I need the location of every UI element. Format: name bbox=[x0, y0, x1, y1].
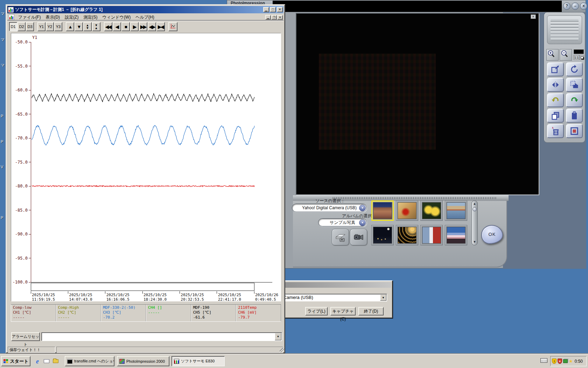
status-bar: 保存ウェイト！！ bbox=[8, 346, 283, 353]
keyboard-layout-icon[interactable] bbox=[540, 358, 547, 363]
toolbar-ff-button[interactable]: ▶▶ bbox=[139, 22, 147, 31]
child-minimize-button[interactable]: ▁ bbox=[265, 15, 271, 20]
toolbar-collapse-button[interactable]: ▶◀ bbox=[156, 22, 165, 31]
toolbar-compress-button[interactable]: ▼▲ bbox=[92, 22, 100, 31]
taskbar-task-thermo[interactable]: ソフトサーモ E830 bbox=[172, 356, 225, 366]
close-button[interactable]: × bbox=[580, 2, 587, 10]
start-button[interactable]: スタート bbox=[1, 356, 30, 366]
delete-button[interactable] bbox=[547, 124, 564, 138]
zoom-in-button[interactable] bbox=[546, 49, 559, 61]
scroll-down-icon[interactable]: ▼ bbox=[472, 239, 477, 245]
desktop-icon-label-fragment[interactable]: マ bbox=[1, 11, 5, 16]
minimize-button[interactable]: ▁ bbox=[263, 7, 269, 12]
internet-explorer-icon[interactable]: e bbox=[34, 357, 41, 365]
folder-icon[interactable] bbox=[52, 357, 59, 365]
desktop-icon-label-fragment[interactable]: P bbox=[1, 114, 3, 118]
toolbar-updown-button[interactable]: ▲▼ bbox=[83, 22, 92, 31]
toolbar-stop-button[interactable]: ■ bbox=[121, 22, 130, 31]
alarm-reset-button[interactable]: アラームリセット bbox=[11, 332, 40, 341]
toolbar-down-button[interactable]: ▼ bbox=[75, 22, 83, 31]
toolbar-d3-toggle[interactable]: D3 bbox=[26, 22, 34, 31]
toolbar-y1-toggle[interactable]: Y1 bbox=[37, 22, 46, 31]
panel-handle[interactable] bbox=[547, 15, 582, 44]
svg-text:-95.0: -95.0 bbox=[15, 256, 28, 261]
chevron-down-icon[interactable]: ▼ bbox=[380, 294, 386, 301]
dialog-button-capture[interactable]: キャプチャ(C) bbox=[330, 307, 356, 315]
menu-item[interactable]: 設定(Z) bbox=[62, 14, 81, 21]
scrollbar-knob[interactable] bbox=[472, 207, 477, 211]
source-select-dropdown[interactable]: Yahoo! Digital Camera (USB) ▼ bbox=[292, 204, 367, 212]
scanner-acquire-button[interactable] bbox=[332, 229, 349, 245]
chevron-down-icon[interactable]: ▼ bbox=[359, 219, 366, 226]
thumbnail-light-swirl[interactable] bbox=[396, 225, 418, 245]
toolbar-forward-button[interactable]: ▶ bbox=[130, 22, 139, 31]
alarm-message-dropdown[interactable]: ▼ bbox=[41, 332, 282, 341]
child-close-button[interactable]: ✕ bbox=[277, 15, 283, 20]
hardware-icon[interactable] bbox=[563, 359, 568, 363]
star-icon[interactable]: ★ bbox=[569, 359, 573, 364]
menu-item[interactable]: ファイル(F) bbox=[16, 14, 43, 21]
security-alert-icon[interactable]: × bbox=[558, 359, 562, 364]
maximize-button[interactable]: □ bbox=[270, 7, 276, 12]
paste-button[interactable] bbox=[566, 109, 583, 123]
scroll-up-icon[interactable]: ▲ bbox=[472, 201, 477, 206]
divider-grip-texture[interactable] bbox=[333, 197, 497, 199]
close-button[interactable]: ✕ bbox=[277, 7, 283, 12]
copy-button[interactable] bbox=[547, 109, 564, 123]
desktop-icon-label-fragment[interactable]: V bbox=[1, 165, 3, 169]
child-restore-button[interactable]: ❐ bbox=[271, 15, 277, 20]
toolbar-d2-toggle[interactable]: D2 bbox=[18, 22, 26, 31]
actual-size-button[interactable]: 1:1 bbox=[574, 55, 579, 60]
dialog-button-live[interactable]: ライブ(L) bbox=[305, 307, 328, 315]
thumbnail-red-rock-spires[interactable] bbox=[371, 200, 394, 221]
fit-to-window-button[interactable] bbox=[547, 62, 564, 76]
desktop-icon-label-fragment[interactable]: マ bbox=[1, 37, 5, 42]
security-warning-icon[interactable]: ! bbox=[552, 359, 556, 364]
thumbnail-image bbox=[447, 202, 465, 219]
taskbar-task-cmd[interactable]: transfile.cmd へのショート... bbox=[65, 356, 114, 366]
desktop-icon-label-fragment[interactable]: P bbox=[1, 139, 3, 144]
thumbnail-sunset-clouds[interactable] bbox=[445, 225, 467, 245]
redo-button[interactable] bbox=[566, 93, 583, 107]
thumbnail-night-city[interactable] bbox=[371, 225, 394, 245]
flip-horizontal-button[interactable] bbox=[547, 78, 564, 92]
desktop-icon-label-fragment[interactable]: マ bbox=[1, 63, 5, 68]
graph-settings-button[interactable] bbox=[168, 22, 177, 31]
toolbar-back-button[interactable]: ◀ bbox=[113, 22, 121, 31]
rotate-button[interactable] bbox=[566, 62, 583, 76]
thumbnail-scrollbar[interactable]: ▲ ▼ bbox=[471, 200, 478, 245]
toolbar-y2-toggle[interactable]: Y2 bbox=[46, 22, 54, 31]
child-window-icon[interactable] bbox=[9, 14, 14, 20]
chevron-down-icon[interactable]: ▼ bbox=[275, 333, 281, 340]
preview-close-icon[interactable]: × bbox=[531, 14, 536, 19]
thumbnail-yellow-flowers[interactable] bbox=[420, 200, 443, 221]
menu-item[interactable]: ヘルプ(H) bbox=[133, 14, 157, 21]
thumbnail-lighthouse[interactable] bbox=[420, 225, 443, 245]
menu-item[interactable]: 測定(S) bbox=[81, 14, 100, 21]
mail-icon[interactable] bbox=[43, 357, 50, 365]
resize-grip[interactable] bbox=[280, 348, 284, 352]
taskbar-task-pi[interactable]: PhotoImpression 2000 bbox=[117, 356, 169, 366]
menu-item[interactable]: 表示(D) bbox=[43, 14, 62, 21]
album-select-dropdown[interactable]: サンプル写真 ▼ bbox=[318, 218, 367, 226]
zoom-out-button[interactable] bbox=[560, 49, 572, 61]
minimize-button[interactable]: – bbox=[572, 2, 579, 10]
menu-item[interactable]: ウィンドウ(W) bbox=[100, 14, 133, 21]
toolbar-rewind-button[interactable]: ◀◀ bbox=[104, 22, 112, 31]
toolbar-expand-button[interactable]: ◀▶ bbox=[148, 22, 156, 31]
toolbar-d1-toggle[interactable]: D1 bbox=[9, 22, 17, 31]
thumbnail-cardinal-bird[interactable] bbox=[396, 200, 418, 221]
dialog-button-exit[interactable]: 終了(D) bbox=[358, 307, 384, 315]
toolbar-up-button[interactable]: ▲ bbox=[66, 22, 74, 31]
titlebar[interactable]: ソフトサーモ計測－計測1 － [折れ線グラフ 1] ▁ □ ✕ bbox=[7, 6, 284, 13]
undo-button[interactable] bbox=[547, 93, 564, 107]
desktop-icon-label-fragment[interactable]: P bbox=[1, 216, 3, 220]
video-capture-button[interactable] bbox=[350, 229, 367, 245]
toolbar-y3-toggle[interactable]: Y3 bbox=[54, 22, 62, 31]
chevron-down-icon[interactable]: ▼ bbox=[359, 205, 366, 211]
cascade-windows-icon[interactable] bbox=[580, 55, 584, 60]
crop-rotate-button[interactable] bbox=[566, 78, 583, 92]
help-button[interactable]: ? bbox=[563, 2, 570, 10]
thumbnail-harbor-town[interactable] bbox=[445, 200, 467, 221]
clear-image-button[interactable] bbox=[566, 124, 583, 138]
